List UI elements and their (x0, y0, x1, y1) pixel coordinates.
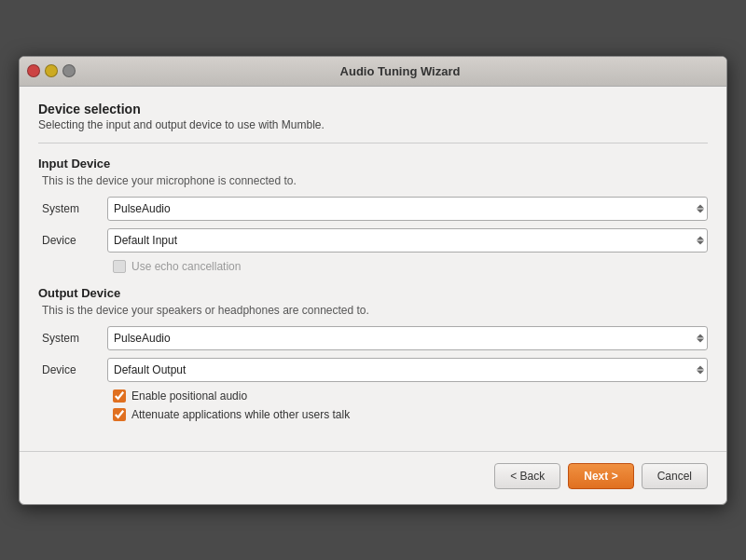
output-system-select[interactable]: PulseAudio (107, 326, 708, 350)
output-system-label: System (42, 332, 107, 345)
minimize-window-button[interactable] (45, 64, 58, 77)
footer: < Back Next > Cancel (20, 451, 726, 504)
maximize-window-button[interactable] (62, 64, 76, 77)
input-section-desc: This is the device your microphone is co… (38, 174, 708, 187)
output-section-desc: This is the device your speakers or head… (38, 304, 708, 317)
echo-cancellation-checkbox[interactable] (113, 260, 126, 273)
input-system-select-wrapper: PulseAudio (107, 197, 708, 221)
output-section-title: Output Device (38, 286, 708, 300)
attenuate-row: Attenuate applications while other users… (38, 408, 708, 421)
output-device-row: Device Default Output (38, 358, 708, 382)
input-section-title: Input Device (38, 157, 708, 171)
attenuate-checkbox[interactable] (113, 408, 126, 421)
input-device-row: Device Default Input (38, 228, 708, 253)
output-system-select-wrapper: PulseAudio (107, 326, 708, 350)
page-subtitle: Selecting the input and output device to… (38, 118, 708, 131)
input-system-label: System (42, 202, 107, 215)
input-device-select-wrapper: Default Input (107, 228, 708, 253)
positional-audio-label: Enable positional audio (131, 389, 247, 403)
attenuate-label: Attenuate applications while other users… (131, 408, 350, 421)
positional-audio-row: Enable positional audio (38, 389, 708, 403)
input-device-section: Input Device This is the device your mic… (38, 157, 708, 273)
output-device-select[interactable]: Default Output (107, 358, 708, 382)
content-area: Device selection Selecting the input and… (20, 87, 726, 445)
input-system-row: System PulseAudio (38, 197, 708, 221)
titlebar-buttons (27, 64, 76, 77)
output-device-label: Device (42, 363, 107, 376)
page-title: Device selection (38, 102, 708, 116)
back-button[interactable]: < Back (494, 463, 560, 489)
window-title: Audio Tuning Wizard (81, 64, 719, 78)
next-button[interactable]: Next > (568, 463, 633, 489)
input-device-label: Device (42, 234, 107, 247)
cancel-button[interactable]: Cancel (642, 463, 708, 489)
titlebar: Audio Tuning Wizard (20, 57, 726, 87)
close-window-button[interactable] (27, 64, 40, 77)
echo-row: Use echo cancellation (38, 260, 708, 273)
input-system-select[interactable]: PulseAudio (107, 197, 708, 221)
main-window: Audio Tuning Wizard Device selection Sel… (19, 56, 727, 505)
positional-audio-checkbox[interactable] (113, 389, 126, 403)
input-device-select[interactable]: Default Input (107, 228, 708, 253)
output-device-section: Output Device This is the device your sp… (38, 286, 708, 421)
header-divider (38, 143, 708, 143)
output-system-row: System PulseAudio (38, 326, 708, 350)
output-device-select-wrapper: Default Output (107, 358, 708, 382)
echo-cancellation-label: Use echo cancellation (131, 260, 241, 273)
